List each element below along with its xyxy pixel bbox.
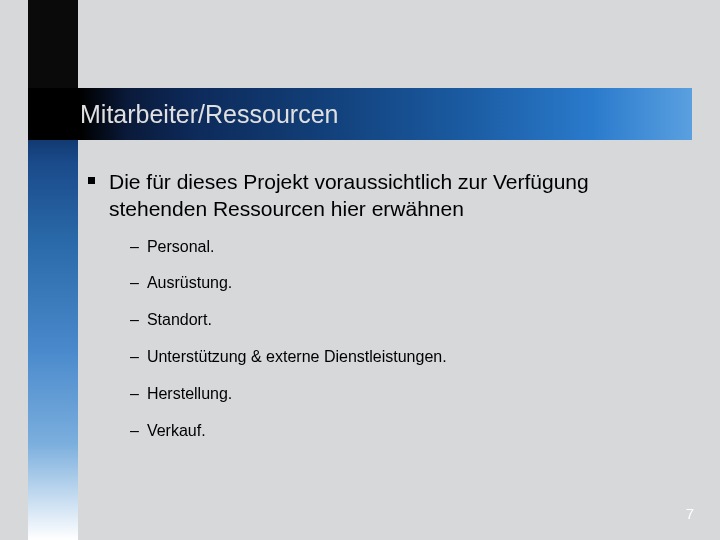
list-item: – Herstellung. [130, 384, 678, 405]
dash-icon: – [130, 347, 139, 368]
content-area: Die für dieses Projekt voraussichtlich z… [88, 168, 678, 457]
main-bullet-row: Die für dieses Projekt voraussichtlich z… [88, 168, 678, 223]
title-bar: Mitarbeiter/Ressourcen [28, 88, 692, 140]
sub-item-text: Standort. [147, 310, 212, 331]
sub-bullet-list: – Personal. – Ausrüstung. – Standort. – … [130, 237, 678, 442]
sub-item-text: Ausrüstung. [147, 273, 232, 294]
list-item: – Standort. [130, 310, 678, 331]
dash-icon: – [130, 273, 139, 294]
list-item: – Verkauf. [130, 421, 678, 442]
sub-item-text: Herstellung. [147, 384, 232, 405]
sub-item-text: Unterstützung & externe Dienstleistungen… [147, 347, 447, 368]
main-bullet-text: Die für dieses Projekt voraussichtlich z… [109, 168, 678, 223]
dash-icon: – [130, 384, 139, 405]
square-bullet-icon [88, 177, 95, 184]
dash-icon: – [130, 310, 139, 331]
list-item: – Personal. [130, 237, 678, 258]
sub-item-text: Verkauf. [147, 421, 206, 442]
sub-item-text: Personal. [147, 237, 215, 258]
page-number: 7 [686, 505, 694, 522]
dash-icon: – [130, 237, 139, 258]
dash-icon: – [130, 421, 139, 442]
left-gradient-band [28, 0, 78, 540]
list-item: – Unterstützung & externe Dienstleistung… [130, 347, 678, 368]
list-item: – Ausrüstung. [130, 273, 678, 294]
slide-title: Mitarbeiter/Ressourcen [80, 100, 338, 129]
